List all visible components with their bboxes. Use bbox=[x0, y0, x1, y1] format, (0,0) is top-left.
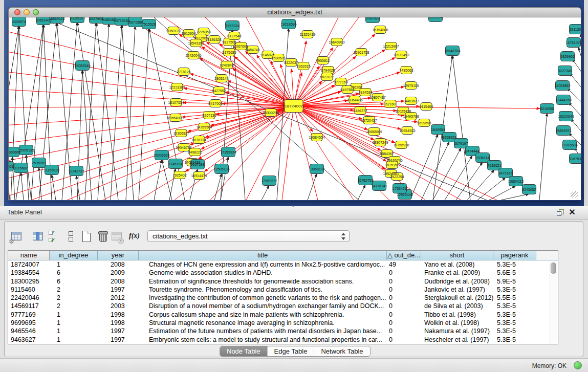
show-hide-columns-button[interactable] bbox=[48, 229, 62, 244]
citation-edge[interactable] bbox=[44, 17, 487, 200]
citation-edge[interactable] bbox=[539, 113, 547, 200]
table-settings-button[interactable] bbox=[10, 229, 24, 244]
cell-short[interactable]: Wolkin et al. (1998) bbox=[421, 319, 493, 327]
table-row[interactable]: 946362711997Embryonic stem cells: a mode… bbox=[8, 336, 558, 344]
table-row[interactable]: 1872400712008Changes of HCN gene express… bbox=[8, 260, 558, 269]
cell-title[interactable]: Estimation of the future numbers of pati… bbox=[139, 327, 387, 335]
cell-name[interactable]: 18300295 bbox=[8, 277, 50, 286]
tab-network-table[interactable]: Network Table bbox=[314, 346, 369, 356]
cell-pagerank[interactable]: 5.3E-5 bbox=[493, 327, 536, 335]
network-graph[interactable]: 1872400718300295193845549860123891295422… bbox=[9, 17, 581, 200]
cell-name[interactable]: 9777169 bbox=[8, 311, 50, 319]
cell-in_degree[interactable]: 1 bbox=[50, 260, 98, 269]
cell-short[interactable]: Tibbo et al. (1998) bbox=[421, 311, 493, 319]
table-row[interactable]: 1456911722003Disruption of a novel membe… bbox=[8, 302, 558, 310]
row-height-button[interactable] bbox=[64, 229, 78, 244]
network-canvas[interactable]: 1872400718300295193845549860123891295422… bbox=[8, 17, 581, 200]
cell-year[interactable]: 2012 bbox=[98, 294, 139, 302]
cell-in_degree[interactable]: 6 bbox=[50, 277, 98, 286]
cell-title[interactable]: Corpus callosum shape and size in male p… bbox=[139, 311, 387, 319]
cell-name[interactable]: 18724007 bbox=[8, 260, 50, 269]
cell-out_degree[interactable]: 0 bbox=[387, 294, 421, 302]
scrollbar-thumb[interactable] bbox=[551, 262, 556, 274]
cell-out_degree[interactable]: 0 bbox=[387, 269, 421, 277]
float-panel-icon[interactable] bbox=[557, 209, 564, 216]
memory-status-icon[interactable] bbox=[574, 361, 582, 369]
close-window-button[interactable] bbox=[14, 9, 20, 15]
citation-edge[interactable] bbox=[122, 25, 134, 200]
cell-short[interactable]: de Silva et al. (2003) bbox=[421, 302, 493, 310]
citation-edge[interactable] bbox=[200, 58, 294, 106]
citation-edge[interactable] bbox=[578, 47, 581, 59]
table-row[interactable]: 977716911998Corpus callosum shape and si… bbox=[8, 311, 558, 319]
table-row[interactable]: 946554611997Estimation of the future num… bbox=[8, 327, 558, 335]
window-resize-grip[interactable] bbox=[571, 191, 578, 198]
citation-edge[interactable] bbox=[9, 106, 294, 107]
cell-short[interactable]: Stergiakouli et al. (2012) bbox=[421, 294, 493, 302]
cell-in_degree[interactable]: 2 bbox=[50, 294, 98, 302]
citation-edge[interactable] bbox=[21, 172, 24, 200]
cell-year[interactable]: 1997 bbox=[98, 336, 139, 344]
table-source-dropdown[interactable]: citations_edges.txt bbox=[147, 230, 350, 242]
cell-short[interactable]: Franke et al. (2009) bbox=[421, 269, 493, 277]
select-column-button[interactable] bbox=[31, 229, 46, 244]
citation-edge[interactable] bbox=[19, 26, 29, 200]
zoom-window-button[interactable] bbox=[33, 9, 39, 15]
cell-name[interactable]: 9115460 bbox=[8, 286, 50, 294]
citation-edge[interactable] bbox=[262, 185, 269, 200]
cell-title[interactable]: Disruption of a novel member of a sodium… bbox=[139, 302, 387, 310]
table-row[interactable]: 1938455462009Genome-wide association stu… bbox=[8, 269, 558, 277]
cell-pagerank[interactable]: 5.5E-5 bbox=[493, 294, 536, 302]
column-header-in_degree[interactable]: in_degree bbox=[50, 251, 98, 260]
cell-in_degree[interactable]: 6 bbox=[50, 269, 98, 277]
cell-pagerank[interactable]: 5.6E-5 bbox=[493, 269, 536, 277]
delete-column-button[interactable] bbox=[96, 229, 111, 244]
cell-name[interactable]: 14569117 bbox=[8, 302, 50, 310]
cell-title[interactable]: Investigating the contribution of common… bbox=[139, 294, 387, 302]
cell-title[interactable]: Changes of HCN gene expression and I(f) … bbox=[139, 260, 387, 269]
citation-edge[interactable] bbox=[9, 106, 294, 143]
cell-year[interactable]: 1997 bbox=[98, 327, 139, 335]
cell-pagerank[interactable]: 5.3E-5 bbox=[493, 336, 536, 344]
table-vertical-scrollbar[interactable] bbox=[550, 261, 557, 343]
citation-edge[interactable] bbox=[139, 28, 149, 200]
citation-edge[interactable] bbox=[9, 106, 294, 125]
cell-out_degree[interactable]: 0 bbox=[387, 319, 421, 327]
citation-edge[interactable] bbox=[410, 134, 438, 200]
citation-edge[interactable] bbox=[477, 178, 506, 200]
cell-in_degree[interactable]: 1 bbox=[50, 327, 98, 335]
cell-out_degree[interactable]: 49 bbox=[387, 260, 421, 269]
cell-year[interactable]: 1998 bbox=[98, 319, 139, 327]
citation-edge[interactable] bbox=[358, 185, 365, 200]
cell-in_degree[interactable]: 1 bbox=[50, 319, 98, 327]
column-header-pagerank[interactable]: pagerank bbox=[493, 251, 536, 260]
cell-year[interactable]: 2003 bbox=[98, 302, 139, 310]
citation-edge[interactable] bbox=[456, 162, 483, 200]
citation-edge[interactable] bbox=[9, 106, 294, 161]
cell-pagerank[interactable]: 5.9E-5 bbox=[493, 277, 536, 286]
citation-edge[interactable] bbox=[467, 170, 494, 200]
cell-year[interactable]: 2009 bbox=[98, 269, 139, 277]
cell-name[interactable]: 22420046 bbox=[8, 294, 50, 302]
cell-pagerank[interactable]: 5.3E-5 bbox=[493, 311, 536, 319]
cell-pagerank[interactable]: 5.3E-5 bbox=[493, 286, 536, 294]
citation-edge[interactable] bbox=[214, 173, 222, 200]
citation-edge[interactable] bbox=[26, 155, 31, 200]
column-header-out_degree[interactable]: △ out_de... bbox=[387, 251, 421, 260]
cell-title[interactable]: Genome-wide association studies in ADHD. bbox=[139, 269, 387, 277]
column-header-year[interactable]: year bbox=[98, 251, 139, 260]
citation-edge[interactable] bbox=[82, 70, 92, 200]
create-new-column-button[interactable] bbox=[80, 229, 94, 244]
cell-pagerank[interactable]: 5.3E-5 bbox=[493, 302, 536, 310]
column-header-name[interactable]: name bbox=[8, 251, 50, 260]
cell-out_degree[interactable]: 0 bbox=[387, 286, 421, 294]
cell-name[interactable]: 9465546 bbox=[8, 327, 50, 335]
network-window-titlebar[interactable]: citations_edges.txt bbox=[8, 7, 581, 17]
cell-in_degree[interactable]: 2 bbox=[50, 302, 98, 310]
citation-edge[interactable] bbox=[282, 106, 294, 200]
cell-in_degree[interactable]: 1 bbox=[50, 336, 98, 344]
citation-edge[interactable] bbox=[452, 55, 470, 200]
node-table[interactable]: namein_degreeyeartitle△ out_de...shortpa… bbox=[8, 250, 558, 344]
cell-title[interactable]: Tourette syndrome. Phenomenology and cla… bbox=[139, 286, 387, 294]
cell-short[interactable]: Yano et al. (2008) bbox=[421, 260, 493, 269]
